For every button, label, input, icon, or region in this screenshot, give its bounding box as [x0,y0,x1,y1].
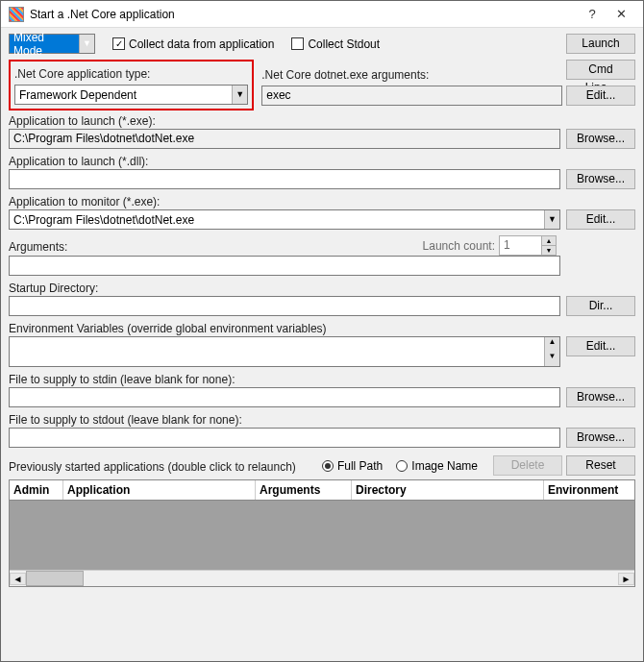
dotnet-args-input[interactable]: exec [261,86,562,106]
startup-dir-button[interactable]: Dir... [566,296,635,316]
collect-data-label: Collect data from application [129,37,274,51]
app-icon [9,7,24,22]
stdout-input[interactable] [9,428,560,448]
mode-value: Mixed Mode [10,31,79,58]
cmdline-button[interactable]: Cmd Line... [566,60,635,80]
collect-stdout-checkbox[interactable]: Collect Stdout [291,37,380,51]
scrollbar[interactable]: ▲▼ [544,337,559,366]
scroll-thumb[interactable] [26,571,84,586]
launch-dll-input[interactable] [9,169,560,189]
mode-select[interactable]: Mixed Mode ▼ [9,34,95,54]
app-type-select[interactable]: Framework Dependent ▼ [14,85,248,105]
stdout-label: File to supply to stdout (leave blank fo… [9,413,635,427]
launch-exe-browse-button[interactable]: Browse... [566,129,635,149]
imagename-radio[interactable]: Image Name [396,459,478,473]
col-admin[interactable]: Admin [10,480,63,500]
launch-dll-label: Application to launch (*.dll): [9,155,635,168]
scroll-track[interactable] [26,571,618,586]
col-application[interactable]: Application [63,480,256,500]
col-directory[interactable]: Directory [352,480,544,500]
checkbox-icon [291,37,304,50]
launch-button[interactable]: Launch [566,34,635,54]
radio-icon [322,460,334,472]
monitor-select[interactable]: C:\Program Files\dotnet\dotNet.exe ▼ [9,209,560,230]
horizontal-scrollbar[interactable]: ◄ ► [10,570,634,586]
launch-exe-input[interactable]: C:\Program Files\dotnet\dotNet.exe [9,129,560,149]
launch-exe-label: Application to launch (*.exe): [9,114,635,128]
stdin-browse-button[interactable]: Browse... [566,387,635,407]
app-type-highlight: .Net Core application type: Framework De… [9,60,254,110]
collect-data-checkbox[interactable]: ✓ Collect data from application [112,37,274,51]
arguments-input[interactable] [9,256,560,276]
stdin-input[interactable] [9,387,560,407]
args-label: .Net Core dotnet.exe arguments: [261,68,562,82]
env-vars-box[interactable]: ▲▼ [9,336,560,367]
table-body [10,501,634,570]
reset-button[interactable]: Reset [566,455,635,476]
arguments-label: Arguments: [9,240,67,254]
monitor-label: Application to monitor (*.exe): [9,195,635,208]
launch-count-value: 1 [500,236,541,255]
env-edit-button[interactable]: Edit... [566,336,635,356]
col-arguments[interactable]: Arguments [256,480,352,500]
spinner-buttons[interactable]: ▲▼ [541,236,556,255]
close-button[interactable]: ✕ [607,7,635,21]
checkbox-icon: ✓ [112,37,125,50]
chevron-down-icon: ▼ [544,210,559,229]
chevron-down-icon: ▼ [79,35,94,53]
launch-count-spinner[interactable]: 1 ▲▼ [499,235,557,256]
title-bar: Start a .Net Core application ? ✕ [1,1,643,28]
chevron-down-icon: ▼ [232,86,247,104]
launch-count-label: Launch count: [423,239,495,253]
radio-icon [396,460,408,472]
app-type-value: Framework Dependent [15,88,232,102]
stdin-label: File to supply to stdin (leave blank for… [9,373,635,386]
fullpath-label: Full Path [337,459,383,473]
startup-dir-label: Startup Directory: [9,282,635,295]
table-header: Admin Application Arguments Directory En… [10,480,634,501]
scroll-right-icon[interactable]: ► [618,573,634,585]
edit-args-button[interactable]: Edit... [566,86,635,106]
env-vars-label: Environment Variables (override global e… [9,322,635,335]
stdout-browse-button[interactable]: Browse... [566,428,635,448]
scroll-left-icon[interactable]: ◄ [10,573,26,585]
prev-apps-label: Previously started applications (double … [9,460,296,474]
collect-stdout-label: Collect Stdout [308,37,380,51]
startup-dir-input[interactable] [9,296,560,316]
prev-apps-table[interactable]: Admin Application Arguments Directory En… [9,479,635,587]
launch-dll-browse-button[interactable]: Browse... [566,169,635,189]
col-environment[interactable]: Environment [544,480,634,500]
help-button[interactable]: ? [578,7,607,21]
monitor-edit-button[interactable]: Edit... [566,209,635,230]
delete-button[interactable]: Delete [493,455,562,476]
window-title: Start a .Net Core application [30,8,578,21]
imagename-label: Image Name [411,459,478,473]
fullpath-radio[interactable]: Full Path [322,459,383,473]
app-type-label: .Net Core application type: [14,67,248,81]
monitor-value: C:\Program Files\dotnet\dotNet.exe [10,213,544,227]
